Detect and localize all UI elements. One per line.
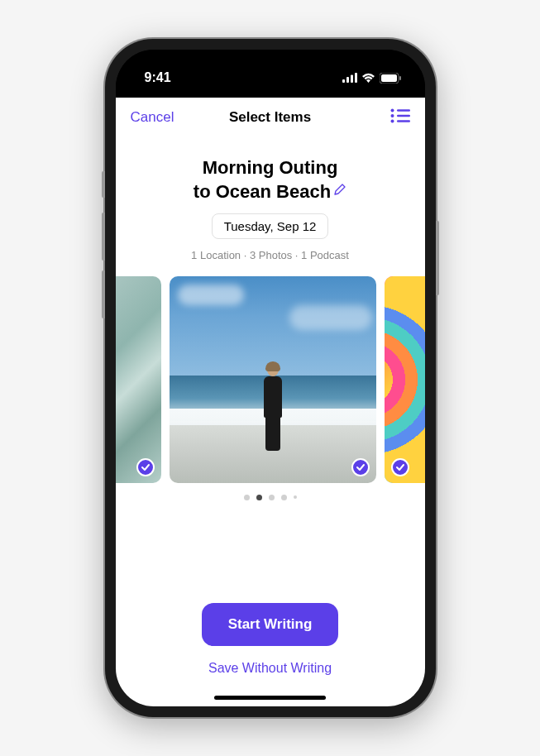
svg-rect-2 — [351, 75, 353, 84]
svg-rect-5 — [381, 74, 397, 82]
battery-icon — [380, 73, 402, 84]
summary-text: 1 Location · 3 Photos · 1 Podcast — [191, 249, 349, 261]
selected-check-icon[interactable] — [391, 458, 409, 476]
page-dot — [244, 495, 250, 500]
entry-date-button[interactable]: Tuesday, Sep 12 — [212, 213, 329, 239]
entry-title[interactable]: Morning Outing to Ocean Beach — [194, 157, 346, 203]
svg-point-7 — [390, 109, 394, 112]
navigation-bar: Cancel Select Items — [116, 98, 425, 137]
svg-rect-6 — [399, 76, 401, 80]
carousel-item-next[interactable] — [385, 276, 425, 483]
wifi-icon — [361, 73, 375, 83]
screen: 9:41 Cancel Select Items — [116, 50, 425, 706]
media-carousel[interactable] — [116, 276, 425, 483]
phone-volume-up — [102, 213, 105, 261]
photo-sky — [170, 276, 376, 376]
phone-volume-down — [102, 270, 105, 318]
selected-check-icon[interactable] — [136, 458, 155, 476]
main-section: Morning Outing to Ocean Beach Tuesday, S… — [116, 137, 425, 706]
page-dot — [281, 495, 287, 500]
page-dot — [294, 495, 297, 499]
start-writing-button[interactable]: Start Writing — [202, 603, 338, 646]
list-view-icon[interactable] — [390, 108, 410, 127]
page-dot — [269, 495, 275, 500]
svg-rect-3 — [355, 73, 357, 83]
phone-frame: 9:41 Cancel Select Items — [105, 39, 436, 717]
phone-silence-switch — [102, 171, 105, 198]
entry-title-line1: Morning Outing — [194, 157, 346, 179]
photo-person — [260, 363, 285, 454]
svg-rect-10 — [397, 109, 410, 111]
home-indicator[interactable] — [214, 696, 326, 700]
status-time: 9:41 — [145, 70, 171, 85]
page-dot-active — [256, 495, 262, 500]
carousel-item-prev[interactable] — [116, 276, 161, 483]
app-content: Cancel Select Items Morning Outing to Oc… — [116, 98, 425, 706]
bottom-actions: Start Writing Save Without Writing — [184, 603, 356, 691]
edit-pencil-icon[interactable] — [334, 179, 346, 200]
page-indicator — [244, 495, 297, 500]
status-icons — [342, 73, 402, 84]
svg-point-9 — [390, 120, 394, 123]
svg-rect-11 — [397, 115, 410, 117]
svg-rect-0 — [342, 79, 345, 83]
svg-rect-1 — [346, 77, 349, 83]
phone-power-button — [436, 221, 439, 295]
svg-point-8 — [390, 114, 394, 117]
entry-title-line2: to Ocean Beach — [194, 181, 331, 203]
cellular-signal-icon — [342, 73, 357, 83]
selected-check-icon[interactable] — [351, 458, 370, 476]
page-title: Select Items — [229, 109, 311, 126]
carousel-item-current[interactable] — [170, 276, 376, 483]
dynamic-island — [222, 61, 318, 89]
save-without-writing-button[interactable]: Save Without Writing — [202, 654, 338, 682]
cancel-button[interactable]: Cancel — [131, 109, 174, 126]
svg-rect-12 — [397, 120, 410, 122]
